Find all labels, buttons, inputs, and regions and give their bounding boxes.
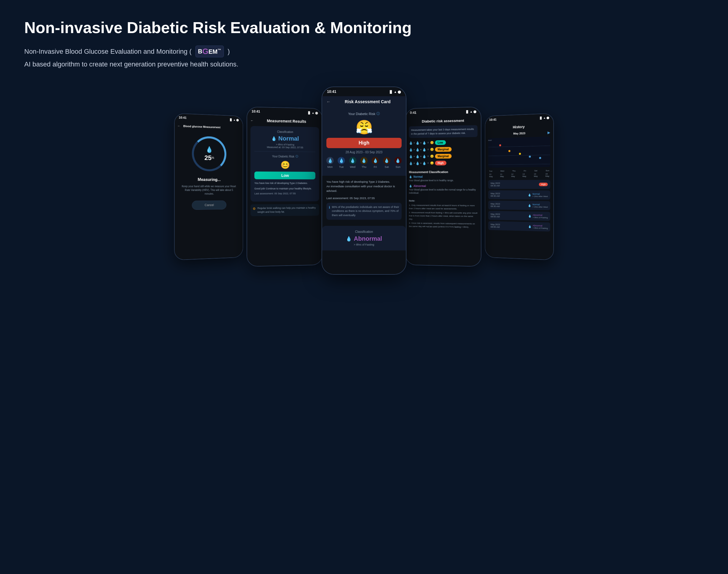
back-arrow-icon[interactable]: ← — [326, 99, 331, 104]
drop-thu-icon: 💧 — [360, 157, 368, 164]
gauge-percent: 25 — [204, 154, 212, 162]
subtitle-2: AI based algorithm to create next genera… — [24, 60, 704, 68]
brand-logo: BGEM™ — [195, 45, 224, 57]
normal-desc: Your blood glucose level is in healthy r… — [409, 179, 477, 182]
your-risk-label: Your Diabetic Risk ⓘ — [326, 111, 402, 116]
diabetic-risk-label: Your Diabetic Risk ⓘ — [255, 154, 315, 158]
cancel-button[interactable]: Cancel — [192, 201, 226, 210]
subtitle-block: Non-Invasive Blood Glucose Evaluation an… — [24, 45, 704, 68]
day-sun: 💧 Sun — [394, 157, 402, 168]
tip-text: Regular brisk walking can help you maint… — [258, 206, 317, 214]
drop-normal-icon: 💧 — [528, 193, 532, 197]
phone-4-frame: 0:41 ▐▌ ▲ ⬤ Diabetic risk assessment Mea… — [405, 107, 482, 267]
day-sat: 💧 Sat — [383, 157, 391, 168]
gauge-container: 💧 25% — [192, 136, 227, 171]
measuring-desc: Keep your hand still while we measure yo… — [177, 184, 240, 196]
measuring-text: Measuring... — [198, 177, 221, 182]
date-range: 28 Aug 2023 - 03 Sep 2023 — [326, 151, 402, 154]
normal-status: 💧 Normal — [255, 135, 315, 143]
day-fri: 💧 Fri — [372, 157, 379, 168]
history-item-3: May 2023 08:30 AM 💧 Normal > 2hrs After … — [488, 201, 550, 210]
days-labels: Tue Wed Thu Fri Sat Sun — [488, 170, 550, 172]
phone-3-notch: 10:41 ▐▌ ▲ ⬤ — [322, 87, 406, 96]
phone-3-frame: 10:41 ▐▌ ▲ ⬤ ← Risk Assessment Card Your… — [322, 86, 406, 275]
day-tue: 💧 Tue — [337, 157, 345, 168]
history-item-4: May 2023 08:55 AM 💧 Abnormal > 8hrs of F… — [488, 211, 550, 221]
drop-tue-icon: 💧 — [337, 157, 345, 164]
phone-4-screen: Diabetic risk assessment Measurement tak… — [406, 116, 481, 266]
measurement-class-title: Measurement Classification — [409, 170, 477, 174]
classification-abnormal-value: Abnormal — [354, 236, 382, 243]
drop-abnormal-icon: 💧 — [409, 184, 412, 188]
risk-row-4: 💧 + 💧 + 💧 = 😞 High — [409, 161, 477, 166]
note-title: Note: — [409, 199, 477, 203]
abnormal-class-item: 💧 Abnormal Your blood glucose level is o… — [409, 184, 477, 195]
abnormal-row: 💧 Abnormal — [326, 236, 402, 243]
screen2-title: Measurement Results — [254, 118, 319, 124]
phone-1-screen: ← Blood glucose Measurement 💧 25% Measur… — [175, 121, 243, 260]
screen4-title: Diabetic risk assessment — [409, 118, 477, 124]
page-title: Non-invasive Diabetic Risk Evaluation & … — [24, 18, 704, 37]
smiley-high-icon: 😞 — [430, 162, 434, 165]
smiley-marginal2-icon: 😐 — [430, 155, 434, 158]
smiley-marginal-icon: 😐 — [430, 148, 434, 152]
risk-desc-2: Good job! Continue to maintain your heal… — [255, 187, 315, 191]
normal-title: Normal — [413, 175, 422, 178]
phone-2-frame: 10:41 ▐▌ ▲ ⬤ ← Measurement Results Class… — [246, 107, 323, 267]
info-tip-text: 90% of the prediabetic individuals are n… — [332, 205, 399, 218]
risk-row-2: 💧 + 💧 + 💧 = 😐 Marginal — [409, 147, 477, 152]
phones-container: 10:41 ▐▌ ▲ ⬤ ← Blood glucose Measurement… — [24, 86, 704, 275]
screen2-header: ← Measurement Results — [251, 118, 319, 124]
drop-sat-icon: 💧 — [383, 157, 391, 164]
dates-labels: 10May 11May 12May 13May 14May 15May — [488, 173, 550, 177]
drop-purple-icon: 💧 — [346, 236, 352, 242]
classification-value: Normal — [278, 135, 299, 142]
drop-sun-icon: 💧 — [394, 157, 402, 164]
diabetic-risk-section: Your Diabetic Risk ⓘ 😊 Low You have low … — [255, 151, 315, 195]
phone-1-frame: 10:41 ▐▌ ▲ ⬤ ← Blood glucose Measurement… — [174, 113, 243, 260]
gauge-circle: 💧 25% — [192, 136, 227, 171]
page-header: Non-invasive Diabetic Risk Evaluation & … — [24, 18, 704, 68]
classification-bottom-label: Classification — [326, 231, 402, 234]
month-nav: May 2023 ▶ — [488, 130, 550, 136]
last-assessment: Last assessment: 05 Sep 2023, 07:55 — [326, 196, 402, 200]
phone-4: 0:41 ▐▌ ▲ ⬤ Diabetic risk assessment Mea… — [405, 107, 482, 267]
month-label: May 2023 — [513, 132, 526, 135]
drop-icon: 💧 — [206, 146, 213, 153]
phone-3: 10:41 ▐▌ ▲ ⬤ ← Risk Assessment Card Your… — [322, 86, 406, 275]
phone-1: 10:41 ▐▌ ▲ ⬤ ← Blood glucose Measurement… — [174, 113, 243, 260]
subtitle-1: Non-Invasive Blood Glucose Evaluation an… — [24, 45, 704, 57]
chart-dot-orange — [508, 150, 510, 152]
phone-4-notch: 0:41 ▐▌ ▲ ⬤ — [406, 107, 481, 117]
phone-2: 10:41 ▐▌ ▲ ⬤ ← Measurement Results Class… — [246, 107, 323, 267]
smiley-low-icon: 😊 — [430, 141, 434, 145]
month-next-arrow[interactable]: ▶ — [548, 130, 550, 135]
high-badge: High — [326, 138, 402, 148]
chart-area: level — [488, 136, 550, 168]
drop-abnormal-icon2: 💧 — [528, 225, 532, 228]
classification-bottom: Classification 💧 Abnormal > 8hrs of Fast… — [322, 226, 406, 251]
screen3-header: ← Risk Assessment Card — [322, 96, 406, 107]
risk-info-1: You have high risk of developing Type 2 … — [326, 179, 402, 193]
high-badge: High — [539, 183, 548, 187]
day-thu: 💧 Thu — [360, 157, 368, 168]
assessment-desc: Measurement takes your last 3 days measu… — [409, 125, 477, 138]
chart-dot-yellow — [519, 153, 521, 155]
screen5-title: History — [488, 124, 550, 130]
phone-5: 10:41 ▐▌ ▲ ⬤ History May 2023 ▶ level — [485, 113, 554, 260]
screen1-title: Blood glucose Measurement — [183, 125, 221, 129]
phone-2-screen: ← Measurement Results Classification 💧 N… — [247, 116, 322, 266]
chart-dot-high — [499, 145, 501, 147]
chart-dot-blue — [529, 156, 531, 158]
gauge-unit: % — [212, 156, 214, 160]
risk-card-top: Your Diabetic Risk ⓘ 😤 High 28 Aug 2023 … — [322, 107, 406, 176]
classification-label: Classification — [255, 130, 315, 134]
back-arrow-icon[interactable]: ← — [177, 124, 181, 128]
history-item-2: May 2023 08:30 AM 💧 Normal > 2hrs After … — [488, 190, 550, 200]
screen3-title: Risk Assessment Card — [334, 99, 402, 104]
back-arrow-icon[interactable]: ← — [251, 119, 254, 122]
phone-2-notch: 10:41 ▐▌ ▲ ⬤ — [247, 107, 322, 117]
last-assessment: Last assessment: 05 Sep 2022, 07:55 — [255, 192, 315, 195]
drop-blue-icon: 💧 — [271, 136, 277, 141]
abnormal-desc: Your blood glucose level is outside the … — [409, 189, 477, 195]
